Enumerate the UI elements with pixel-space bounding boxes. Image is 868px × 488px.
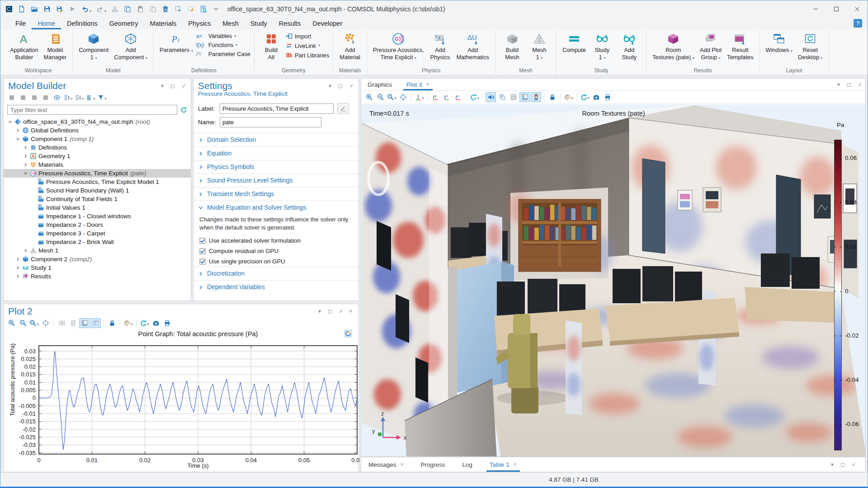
chevron-right-icon[interactable] <box>23 145 28 150</box>
name-field[interactable] <box>220 117 321 127</box>
refresh-icon[interactable] <box>180 106 187 113</box>
tree-item[interactable]: Materials <box>4 160 191 169</box>
tree-item[interactable]: Component 2(comp2) <box>4 255 191 263</box>
tree-item[interactable]: Study 1 <box>4 263 191 272</box>
plot2-palette-button[interactable]: ▾ <box>123 318 133 328</box>
panel-menu-icon[interactable]: ▾ <box>316 308 323 314</box>
mb-model-tree-settings-button[interactable]: ▾ <box>85 93 96 103</box>
ribbon-button-reset-desktop[interactable]: ResetDesktop ▾ <box>796 31 825 61</box>
ribbon-button-pressure-acoustics[interactable]: Pressure Acoustics,Time Explicit ▾ <box>371 31 426 61</box>
save-button[interactable] <box>43 5 51 13</box>
gfx-view-xy-button[interactable]: xy <box>430 92 441 102</box>
mb-expand-all-button[interactable]: ▾ <box>74 93 85 103</box>
undo-button[interactable]: ▾ <box>81 5 91 13</box>
gfx-zoom-extents-button[interactable] <box>398 92 408 102</box>
gfx-color-legend-button[interactable] <box>531 92 541 102</box>
chevron-right-icon[interactable] <box>15 274 21 278</box>
gfx-rotate-button[interactable]: ▾ <box>469 92 480 102</box>
plot2-zoom-in-button[interactable] <box>6 318 17 328</box>
settings-section-physics-symbols[interactable]: Physics Symbols <box>193 160 359 174</box>
menu-item-mesh[interactable]: Mesh <box>217 18 244 29</box>
bottom-tab-messages[interactable]: Messages× <box>368 457 405 472</box>
gfx-snapshot-button[interactable] <box>591 92 601 102</box>
float-panel-icon[interactable]: ◻ <box>840 461 846 468</box>
toolbar-overflow-button[interactable] <box>212 5 220 13</box>
ribbon-button-part-libraries[interactable]: Part Libraries <box>285 52 329 59</box>
plot2-zoom-extents-button[interactable] <box>40 318 51 328</box>
duplicate-button[interactable] <box>149 5 157 13</box>
maximize-button[interactable] <box>826 0 847 17</box>
report-button[interactable] <box>199 5 208 13</box>
checkbox-use-single-precision-on-gpu[interactable]: Use single precision on GPU <box>193 256 359 267</box>
bottom-tab-log[interactable]: Log <box>462 457 474 472</box>
paste-button[interactable] <box>136 5 144 13</box>
redo-button[interactable]: ▾ <box>96 5 106 13</box>
chevron-down-icon[interactable] <box>15 137 21 141</box>
menu-item-physics[interactable]: Physics <box>182 18 217 29</box>
ribbon-button-study[interactable]: Study1 ▾ <box>589 31 615 61</box>
ribbon-button-parameter-case[interactable]: PiParameter Case <box>196 51 250 57</box>
settings-section-transient-mesh-settings[interactable]: Transient Mesh Settings <box>193 187 359 201</box>
tree-item[interactable]: Definitions <box>4 143 191 152</box>
ribbon-button-result-templates[interactable]: ResultTemplates <box>725 31 755 61</box>
settings-section-discretization[interactable]: Discretization <box>193 267 359 280</box>
ribbon-button-mesh[interactable]: Mesh1 ▾ <box>526 31 552 61</box>
ribbon-button-add-physics[interactable]: AddPhysics <box>427 31 453 61</box>
ribbon-button-import[interactable]: Import <box>285 33 329 40</box>
menu-item-developer[interactable]: Developer <box>307 18 348 29</box>
ribbon-button-add-study[interactable]: AddStudy <box>616 31 642 61</box>
menu-item-results[interactable]: Results <box>273 18 307 29</box>
ribbon-button-functions[interactable]: f(x)Functions▾ <box>196 42 250 48</box>
menu-item-materials[interactable]: Materials <box>144 18 182 29</box>
delete-button[interactable] <box>161 5 170 13</box>
panel-menu-icon[interactable]: ▾ <box>327 83 333 89</box>
tree-item[interactable]: DSound Hard Boundary (Wall) 1 <box>4 186 191 195</box>
mb-filter-button[interactable]: ▾ <box>97 93 107 103</box>
tree-item[interactable]: DContinuity of Total Fields 1 <box>4 195 191 203</box>
gfx-transparency-button[interactable] <box>497 92 507 102</box>
gfx-view-yz-button[interactable]: yz <box>442 92 452 102</box>
pin-panel-icon[interactable] <box>337 308 344 314</box>
minimize-button[interactable] <box>805 0 826 17</box>
tree-item[interactable]: Geometry 1 <box>4 152 191 160</box>
open-file-button[interactable] <box>30 5 38 13</box>
gfx-lock-button[interactable] <box>547 92 557 102</box>
menu-item-definitions[interactable]: Definitions <box>61 18 104 29</box>
float-panel-icon[interactable]: ◻ <box>337 83 344 89</box>
pin-panel-icon[interactable] <box>856 81 863 88</box>
mb-nav-forward-button[interactable] <box>18 93 28 103</box>
pin-panel-icon[interactable] <box>180 83 186 89</box>
ribbon-button-add-component[interactable]: AddComponent ▾ <box>112 31 150 61</box>
close-panel-icon[interactable]: × <box>348 308 354 314</box>
settings-section-model-equation-and-solver-settings[interactable]: Model Equation and Solver Settings <box>193 201 359 214</box>
tree-item[interactable]: Pressure Acoustics, Time Explicit(pate) <box>4 169 191 178</box>
chevron-right-icon[interactable] <box>23 163 28 167</box>
save-as-button[interactable] <box>56 5 64 13</box>
tree-item[interactable]: Results <box>4 272 191 281</box>
ribbon-button-model-manager[interactable]: ModelManager <box>42 31 69 61</box>
select-box-button[interactable] <box>174 5 182 13</box>
tree-item[interactable]: Impedance 1 - Closed windows <box>4 212 191 221</box>
plot2-plot-axes-button[interactable] <box>79 318 90 328</box>
settings-section-equation[interactable]: Equation <box>193 146 359 160</box>
checkbox-compute-residual-on-gpu[interactable]: Compute residual on GPU <box>193 246 359 256</box>
tree-item[interactable]: DInitial Values 1 <box>4 203 191 212</box>
new-file-button[interactable] <box>18 5 26 13</box>
plot2-auto-update-button[interactable]: ▾ <box>139 318 150 328</box>
panel-menu-icon[interactable]: ▾ <box>159 83 165 89</box>
plot2-annotations-button[interactable] <box>90 318 101 328</box>
close-tab-icon[interactable]: × <box>426 81 429 88</box>
tree-item[interactable]: DPressure Acoustics, Time Explicit Model… <box>4 178 191 186</box>
graphics-tab-graphics[interactable]: Graphics <box>367 79 393 90</box>
bottom-tab-table-1[interactable]: Table 1× <box>489 457 518 472</box>
plot2-zoom-out-button[interactable] <box>18 318 28 328</box>
chevron-right-icon[interactable] <box>23 154 28 158</box>
plot2-snapshot-button[interactable] <box>151 318 161 328</box>
plot2-zoom-box-button[interactable]: ▾ <box>29 318 39 328</box>
plot2-lock-button[interactable] <box>107 318 117 328</box>
gfx-scene-grid-button[interactable] <box>508 92 519 102</box>
ribbon-button-livelink[interactable]: LiveLink▾ <box>285 42 329 49</box>
ribbon-button-component[interactable]: Component1 ▾ <box>76 31 111 61</box>
mb-nav-down-button[interactable] <box>40 93 51 103</box>
menu-item-file[interactable]: File <box>9 18 32 29</box>
